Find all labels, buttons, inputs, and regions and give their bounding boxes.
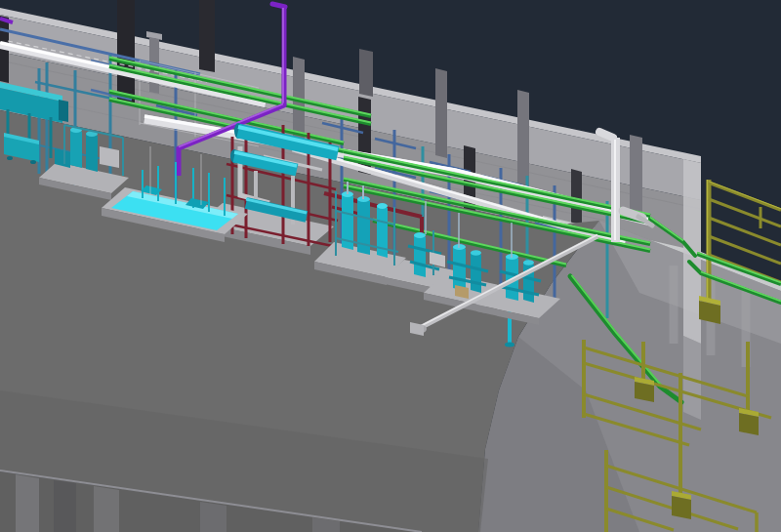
slab-front-panel xyxy=(94,486,119,532)
cad-3d-viewport[interactable] xyxy=(0,0,781,532)
pump-vessel xyxy=(70,129,82,168)
vertical-vessel-top xyxy=(377,203,388,209)
pump-vessel-top xyxy=(523,260,534,266)
pump-vessel-top xyxy=(471,250,481,256)
wall-column xyxy=(517,90,529,187)
pump-vessel xyxy=(86,133,98,172)
duct-foot xyxy=(7,156,13,160)
duct-endcap xyxy=(59,100,68,122)
duct-foot xyxy=(30,160,36,164)
wall-column xyxy=(359,49,373,97)
pipe-white-riser-elbow xyxy=(599,132,613,138)
pump-vessel xyxy=(453,246,466,291)
scene-canvas[interactable] xyxy=(0,0,781,532)
junction-box xyxy=(739,413,759,435)
vertical-vessel xyxy=(357,198,370,255)
slab-front-panel xyxy=(200,502,226,532)
wall-column xyxy=(435,68,447,158)
slab-front-panel xyxy=(16,474,39,532)
pipe-cyan-drop-base xyxy=(505,343,514,348)
wall-pilaster-dark xyxy=(199,0,215,72)
junction-box xyxy=(672,496,691,519)
pump-vessel xyxy=(414,234,426,277)
pump-vessel xyxy=(471,252,481,293)
slab-front-panel xyxy=(54,480,76,532)
pump-vessel-top xyxy=(414,232,426,238)
wall-pilaster-dark xyxy=(117,0,135,103)
wall-column xyxy=(630,135,642,213)
